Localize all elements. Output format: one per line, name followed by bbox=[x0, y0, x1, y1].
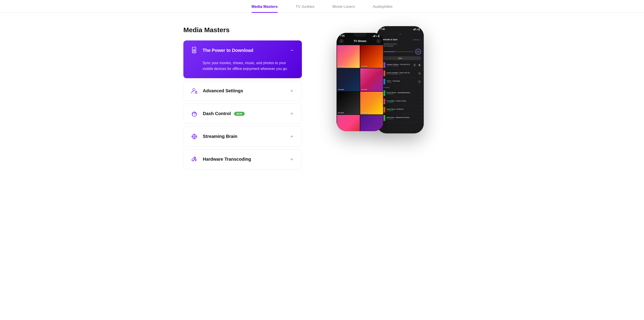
accordion-body-text-power-download: Sync your movies, shows, music, and phot… bbox=[202, 60, 296, 72]
battery-icon: ▌ bbox=[378, 35, 380, 37]
tv-label-1: ATLANTA bbox=[338, 66, 344, 67]
dl-action-3[interactable]: ℹ bbox=[418, 80, 421, 83]
signal-bar-4 bbox=[375, 35, 375, 37]
tv-thumb-3[interactable]: ATLANTA bbox=[337, 68, 360, 91]
more-button[interactable]: ⋮ bbox=[376, 39, 381, 43]
accordion-header-advanced-settings[interactable]: Advanced Settings + bbox=[184, 81, 302, 101]
accordion-header-power-download[interactable]: The Power to Download − bbox=[183, 40, 302, 60]
chevron-right-5: › bbox=[420, 101, 421, 103]
phone-right: 7:42 ▲ ▌ bbox=[377, 26, 424, 133]
phone-mockups: 7:55 ▲ ▌ bbox=[336, 26, 440, 160]
dl-action-stop-1[interactable]: ⏹ bbox=[418, 63, 421, 67]
signal-bar-3 bbox=[374, 35, 374, 37]
chevron-right-7: › bbox=[420, 117, 421, 119]
phone-left-notch bbox=[353, 33, 367, 37]
tv-thumb-8[interactable]: ATLANTA bbox=[360, 115, 383, 131]
chevron-right-6: › bbox=[420, 109, 421, 111]
accordion-label-power-download: The Power to Download bbox=[202, 48, 253, 53]
dl-action-1[interactable]: ⏸ bbox=[413, 63, 416, 67]
downloading-count: Downloading 25 items bbox=[380, 43, 421, 45]
speedometer-icon bbox=[190, 109, 199, 118]
signal-icons-right: ▲ ▌ bbox=[413, 28, 420, 30]
accordion-toggle-advanced-settings[interactable]: + bbox=[288, 87, 296, 94]
accordion-header-streaming-brain[interactable]: Streaming Brain + bbox=[184, 127, 302, 146]
tv-label-3: ATLANTA bbox=[338, 89, 344, 90]
chevron-right-4: › bbox=[420, 92, 421, 94]
dl-info-2: Isobel Campbell - There is No Ot... 0% ·… bbox=[386, 72, 416, 75]
accordion-header-hardware-transcoding[interactable]: Hardware Transcoding + bbox=[184, 149, 302, 169]
back-button[interactable]: ‹ bbox=[339, 39, 344, 43]
accordion-item-advanced-settings: Advanced Settings + bbox=[183, 81, 302, 101]
accordion-label-hardware-transcoding: Hardware Transcoding bbox=[203, 157, 251, 162]
dl-action-2[interactable]: ℹ bbox=[418, 72, 421, 75]
accordion-toggle-power-download[interactable]: − bbox=[288, 47, 296, 54]
tv-thumb-7[interactable]: ATLANTA bbox=[337, 115, 360, 131]
dl-status-3: Pending bbox=[386, 82, 416, 83]
tab-media-masters[interactable]: Media Masters bbox=[252, 4, 278, 12]
tv-thumb-6[interactable]: ATLANTA bbox=[360, 92, 383, 114]
dl-info-6: Angel Olsen - All Mirrors Completed bbox=[386, 108, 419, 111]
accordion-label-wrap-hardware-transcoding: Hardware Transcoding bbox=[203, 157, 284, 162]
synced-label: Synced Items bbox=[377, 86, 424, 89]
signal-bar-r1 bbox=[413, 29, 414, 30]
progress-circle: 44% bbox=[415, 49, 421, 54]
accordion-toggle-streaming-brain[interactable]: + bbox=[288, 133, 296, 140]
accordion-item-power-download: The Power to Download − Sync your movies… bbox=[183, 40, 302, 78]
downloads-header: Downloads & Sync Settings › bbox=[377, 36, 424, 42]
dl-status-5: Completed bbox=[386, 102, 419, 103]
svg-point-5 bbox=[196, 92, 196, 93]
expand-handle[interactable]: ∨ bbox=[377, 31, 424, 36]
download-item-7[interactable]: Metronomy - Metronomy Forever Completed … bbox=[377, 114, 424, 122]
phone-left-time: 7:55 bbox=[340, 35, 344, 37]
dl-status-4: Completed bbox=[386, 93, 419, 95]
signal-icons-left: ▲ ▌ bbox=[373, 35, 380, 37]
tv-label-5: ATLANTA bbox=[338, 112, 344, 113]
accordion-item-streaming-brain: Streaming Brain + bbox=[183, 126, 302, 147]
left-panel: Media Masters The Power to Download − bbox=[183, 26, 302, 172]
main-content: Media Masters The Power to Download − bbox=[166, 13, 478, 185]
dl-title-5: Chromatics - Closer to Grey bbox=[386, 100, 411, 102]
settings-link[interactable]: Settings bbox=[412, 39, 419, 41]
sync-button[interactable]: Sync bbox=[380, 56, 421, 60]
accordion-toggle-hardware-transcoding[interactable]: + bbox=[288, 156, 296, 163]
download-item-3[interactable]: TOPS - I Feel Alive Pending ℹ bbox=[377, 77, 424, 86]
download-item-1[interactable]: Shabazz Palaces - The Don Of D... 85% · … bbox=[377, 61, 424, 69]
accordion-toggle-dash-control[interactable]: + bbox=[288, 110, 296, 117]
accordion-label-dash-control: Dash Control bbox=[203, 111, 231, 116]
signal-bar-2 bbox=[374, 36, 374, 37]
download-item-6[interactable]: Angel Olsen - All Mirrors Completed › bbox=[377, 106, 424, 114]
dl-info-5: Chromatics - Closer to Grey Completed bbox=[386, 100, 419, 103]
tv-thumb-2[interactable]: ATLANTA bbox=[360, 45, 383, 68]
dl-title-6: Angel Olsen - All Mirrors bbox=[386, 108, 411, 110]
dl-status-2: 0% · Converting (18.0s) bbox=[386, 73, 416, 75]
badge-new-dash-control: NEW bbox=[234, 112, 245, 116]
download-item-5[interactable]: Chromatics - Closer to Grey Completed › bbox=[377, 97, 424, 106]
signal-bar-1 bbox=[373, 36, 373, 37]
downloads-title: Downloads & Sync bbox=[380, 38, 412, 41]
tab-movie-lovers[interactable]: Movie Lovers bbox=[332, 4, 355, 12]
accordion-item-dash-control: Dash Control NEW + bbox=[183, 104, 302, 124]
accordion-label-streaming-brain: Streaming Brain bbox=[203, 134, 237, 139]
accordion-header-dash-control[interactable]: Dash Control NEW + bbox=[184, 104, 302, 124]
accordion-label-wrap-advanced-settings: Advanced Settings bbox=[203, 88, 284, 93]
tab-audiophiles[interactable]: Audiophiles bbox=[373, 4, 392, 12]
download-item-4[interactable]: Danny Brown - uknowhatimsayin¿ Completed… bbox=[377, 89, 424, 97]
tv-thumb-1[interactable]: ATLANTA bbox=[337, 45, 360, 68]
right-panel: 7:55 ▲ ▌ bbox=[315, 26, 461, 172]
phone-left-header: ‹ TV Shows ⋮ bbox=[336, 38, 384, 45]
tv-thumb-4[interactable]: ATLANTA bbox=[360, 68, 383, 91]
dl-status-7: Completed bbox=[386, 118, 419, 120]
page-title: Media Masters bbox=[183, 26, 302, 34]
tv-shows-grid: ATLANTA ATLANTA ATLANTA ATLANTA ATLANTA bbox=[336, 45, 384, 131]
accordion-body-power-download: Sync your movies, shows, music, and phot… bbox=[183, 60, 302, 78]
tools-icon bbox=[190, 155, 199, 164]
tab-tv-junkies[interactable]: TV Junkies bbox=[296, 4, 314, 12]
dl-info-4: Danny Brown - uknowhatimsayin¿ Completed bbox=[386, 92, 419, 95]
accordion-label-wrap-streaming-brain: Streaming Brain bbox=[203, 134, 284, 139]
wifi-icon: ▲ bbox=[376, 35, 378, 37]
tv-thumb-5[interactable]: ATLANTA bbox=[337, 92, 360, 114]
signal-bar-r4 bbox=[415, 28, 416, 30]
progress-bar-wrap bbox=[380, 51, 414, 52]
download-item-2[interactable]: Isobel Campbell - There is No Ot... 0% ·… bbox=[377, 69, 424, 77]
dl-title-1: Shabazz Palaces - The Don Of D... bbox=[386, 64, 411, 65]
